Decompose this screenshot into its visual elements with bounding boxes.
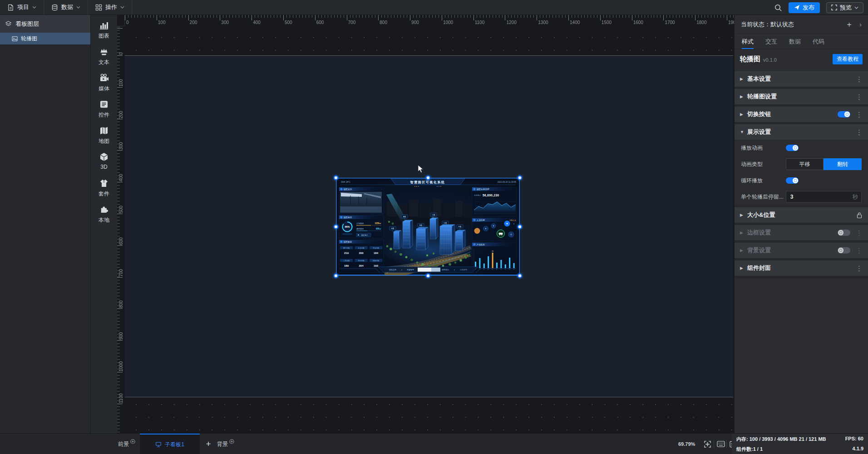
svg-text:园区简介: 园区简介	[361, 234, 368, 236]
menu-operations[interactable]: 操作	[88, 0, 132, 15]
svg-text:B座: B座	[419, 224, 423, 226]
carousel-component[interactable]: 智慧园区可视化系统 09月 28°C 2021-06-20 11:39:55	[336, 178, 519, 275]
resize-handle-nw[interactable]	[334, 176, 338, 180]
map-icon	[99, 126, 109, 136]
stay-duration-input[interactable]	[786, 191, 862, 203]
svg-text:F座: F座	[459, 225, 461, 228]
svg-text:车位总数: 车位总数	[373, 247, 380, 249]
prop-loop-play: 循环播放	[735, 172, 868, 189]
svg-text:人员车辆: 人员车辆	[477, 219, 485, 221]
palette-item-3d[interactable]: 3D	[91, 152, 117, 178]
tab-style[interactable]: 样式	[742, 34, 754, 49]
publish-button[interactable]: 发布	[789, 2, 820, 13]
svg-text:›: ›	[513, 222, 514, 225]
panel-flow: 人员车辆 139人次 ›	[472, 218, 517, 241]
add-board-button[interactable]: +	[202, 434, 214, 454]
menu-data-label: 数据	[61, 3, 73, 11]
components-status-line: 组件数:1 / 1 4.1.9	[736, 446, 863, 453]
kebab-menu-icon[interactable]: ⋮	[856, 111, 863, 118]
palette-item-kits[interactable]: 套件	[91, 178, 117, 205]
menu-operations-label: 操作	[105, 3, 117, 11]
svg-text:车辆总数: 车辆总数	[358, 260, 365, 262]
resize-handle-s[interactable]	[426, 273, 430, 278]
section-border-settings[interactable]: ▶ 边框设置 ⋮	[735, 225, 868, 240]
kebab-menu-icon[interactable]: ⋮	[856, 265, 863, 272]
layer-item-carousel[interactable]: 轮播图	[0, 33, 90, 44]
fit-canvas-button[interactable]	[703, 439, 712, 449]
anim-type-pan-button[interactable]: 平移	[786, 158, 824, 170]
section-background-settings[interactable]: ▶ 背景设置 ⋮	[735, 243, 868, 258]
svg-text:E座: E座	[391, 227, 395, 229]
tab-data[interactable]: 数据	[789, 34, 801, 49]
kebab-menu-icon[interactable]: ⋮	[856, 93, 863, 100]
section-component-cover[interactable]: ▶ 组件封面 ⋮	[735, 260, 868, 276]
palette-item-label: 3D	[100, 164, 107, 170]
app-window: 项目 数据 操作 发布 预览	[0, 0, 868, 454]
zoom-percentage[interactable]: 69.79%	[678, 434, 695, 454]
panel-gdp: 园区年度GDP 本月统计 56,690,230	[472, 187, 517, 216]
inspector-sections: ▶ 基本设置 ⋮ ▶ 轮播图设置 ⋮ ▶ 切换按钮 ⋮ ▼ 展示设置 ⋮	[735, 71, 868, 278]
search-button[interactable]	[774, 4, 782, 12]
border-settings-toggle[interactable]	[838, 229, 850, 236]
menu-project[interactable]: 项目	[0, 0, 44, 15]
svg-text:139人次: 139人次	[509, 219, 516, 221]
board-tab-active[interactable]: 子看板1	[140, 434, 200, 454]
caret-right-icon: ▶	[740, 94, 747, 99]
palette-item-text[interactable]: 文本	[91, 47, 117, 73]
play-animation-toggle[interactable]	[786, 145, 799, 151]
section-size-position[interactable]: ▶ 大小&位置	[735, 207, 868, 223]
design-canvas[interactable]: 0100200300400500600700800900100011001200…	[117, 15, 734, 433]
resize-handle-w[interactable]	[334, 225, 338, 229]
resize-handle-n[interactable]	[426, 176, 430, 180]
section-switch-button[interactable]: ▶ 切换按钮 ⋮	[735, 107, 868, 122]
tab-code[interactable]: 代码	[813, 34, 824, 49]
circle-plus-icon[interactable]	[229, 439, 234, 444]
resize-handle-se[interactable]	[518, 273, 522, 278]
resize-handle-ne[interactable]	[518, 176, 522, 180]
switch-button-toggle[interactable]	[838, 111, 850, 117]
kebab-menu-icon[interactable]: ⋮	[856, 129, 863, 136]
palette-item-charts[interactable]: 图表	[91, 20, 117, 47]
stay-duration-unit: 秒	[853, 193, 858, 201]
kebab-menu-icon[interactable]: ⋮	[856, 76, 863, 83]
palette-item-map[interactable]: 地图	[91, 126, 117, 152]
palette-item-media[interactable]: 媒体	[91, 73, 117, 99]
tutorial-button[interactable]: 查看教程	[833, 54, 863, 64]
tab-interaction[interactable]: 交互	[765, 34, 777, 49]
component-title: 轮播图	[740, 55, 760, 63]
fullscreen-icon	[831, 5, 837, 10]
svg-text:设备总数: 设备总数	[373, 259, 380, 262]
anim-type-flip-button[interactable]: 翻转	[824, 158, 862, 170]
circle-plus-icon[interactable]	[130, 439, 135, 444]
svg-text:园区实况: 园区实况	[344, 188, 352, 190]
section-basic-settings[interactable]: ▶ 基本设置 ⋮	[735, 71, 868, 87]
resize-handle-sw[interactable]	[334, 273, 338, 278]
section-display-settings[interactable]: ▼ 展示设置 ⋮	[735, 124, 868, 140]
loop-play-toggle[interactable]	[786, 177, 799, 184]
components-value: 1 / 1	[753, 446, 763, 452]
menu-divider	[132, 0, 132, 15]
menu-data[interactable]: 数据	[44, 0, 88, 15]
foreground-tab[interactable]: 前景	[118, 434, 135, 454]
shortcuts-button[interactable]	[716, 439, 725, 449]
background-tab[interactable]: 背景	[217, 434, 234, 454]
document-icon	[7, 4, 14, 11]
palette-item-controls[interactable]: 控件	[91, 99, 117, 126]
kebab-menu-icon[interactable]: ⋮	[856, 247, 863, 254]
add-state-button[interactable]: ＋	[845, 19, 853, 29]
resize-handle-e[interactable]	[518, 225, 522, 229]
palette-item-label: 媒体	[99, 85, 109, 93]
svg-text:204: 204	[359, 264, 364, 267]
lock-icon[interactable]	[856, 212, 863, 219]
kebab-menu-icon[interactable]: ⋮	[856, 229, 863, 236]
inspector-tabs: 样式 交互 数据 代码	[735, 34, 868, 49]
memory-status-line: 内存: 100 / 3993 / 4096 MB 21 / 121 MB FPS…	[736, 436, 863, 443]
palette-item-local[interactable]: 本地	[91, 205, 117, 231]
expand-states-button[interactable]: ›	[859, 20, 862, 28]
background-settings-toggle[interactable]	[838, 247, 850, 254]
svg-text:本月统计: 本月统计	[474, 194, 481, 196]
svg-text:人员总数: 人员总数	[343, 260, 350, 262]
preview-button[interactable]: 预览	[826, 2, 863, 13]
section-carousel-settings[interactable]: ▶ 轮播图设置 ⋮	[735, 89, 868, 104]
top-menubar: 项目 数据 操作 发布 预览	[0, 0, 868, 15]
